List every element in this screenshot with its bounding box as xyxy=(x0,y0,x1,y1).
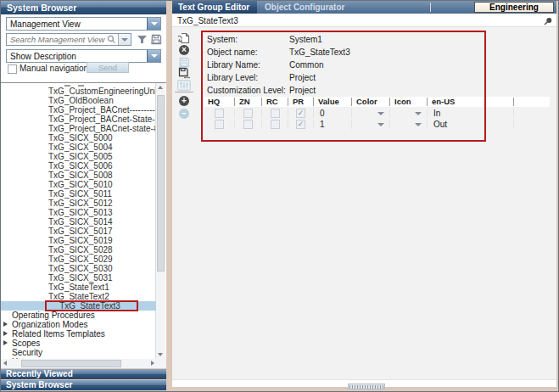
field-label-object-name: Object name: xyxy=(207,48,257,57)
tree-item[interactable]: TxG_SICX_5013 xyxy=(1,208,156,217)
tree-item[interactable]: TxG_SICX_5014 xyxy=(1,217,156,227)
tree-item[interactable]: TxG_SICX_5012 xyxy=(1,199,156,208)
accordion-system-browser[interactable]: System Browser xyxy=(1,380,166,390)
add-icon[interactable]: + xyxy=(177,95,191,107)
system-browser-title: System Browser xyxy=(7,3,76,13)
zn-checkbox[interactable]: ✓ xyxy=(243,120,253,129)
scroll-down-icon[interactable] xyxy=(158,353,163,356)
chevron-down-icon xyxy=(377,112,384,115)
tree-item[interactable]: TxG_Project_BACnet---------- xyxy=(1,105,156,115)
tree-item[interactable]: TxG_SICX_5008 xyxy=(1,171,156,180)
tree-item-organization-modes[interactable]: Organization Modes xyxy=(1,320,156,329)
tree-item[interactable]: TxG_CustomEngineeringUnits xyxy=(1,87,156,96)
pin-icon[interactable] xyxy=(544,17,552,25)
search-box[interactable] xyxy=(6,33,131,46)
tree-item[interactable]: TxG_SICX_5005 xyxy=(1,152,156,161)
scroll-left-icon[interactable] xyxy=(3,361,7,366)
delete-icon[interactable]: × xyxy=(177,44,191,56)
revert-document-icon[interactable] xyxy=(177,32,191,44)
expander-icon[interactable] xyxy=(3,331,8,336)
description-selector-dropdown[interactable]: Show Description xyxy=(6,49,161,63)
column-header-value[interactable]: Value xyxy=(313,98,351,106)
tree-item[interactable]: TxG_SICX_5000 xyxy=(1,133,156,143)
rc-checkbox[interactable]: ✓ xyxy=(271,109,280,118)
vertical-scrollbar-thumb[interactable] xyxy=(157,95,165,272)
expander-icon[interactable] xyxy=(3,340,8,345)
horizontal-scrollbar-thumb[interactable] xyxy=(21,360,121,367)
column-header-zn[interactable]: ZN xyxy=(234,98,261,106)
tree-item-related-items-templates[interactable]: Related Items Templates xyxy=(1,329,156,339)
view-selector-arrow-button[interactable] xyxy=(147,18,160,30)
splitter-grip[interactable] xyxy=(348,384,385,389)
view-selector-dropdown[interactable]: Management View xyxy=(6,17,161,31)
x-glyph: × xyxy=(179,45,189,55)
tree-item[interactable]: TxG_OldBoolean xyxy=(1,96,156,105)
tree-item-security[interactable]: Security xyxy=(1,348,156,357)
pr-checkbox[interactable]: ✓ xyxy=(296,109,305,118)
tree-item-scopes[interactable]: Scopes xyxy=(1,339,156,348)
tree-item-operating-procedures[interactable]: Operating Procedures xyxy=(1,311,156,320)
tree-item[interactable]: TxG_SICX_5004 xyxy=(1,143,156,152)
tree-item[interactable]: TxG_SICX_5010 xyxy=(1,180,156,189)
state-table-row[interactable]: ✓ ✓ ✓ ✓ 0 In xyxy=(204,108,550,119)
tab-text-group-editor[interactable]: Text Group Editor xyxy=(172,1,257,14)
value-cell[interactable]: 1 xyxy=(313,120,351,129)
filter-icon[interactable] xyxy=(137,34,148,45)
hq-checkbox[interactable]: ✓ xyxy=(215,109,224,118)
column-header-en-us[interactable]: en-US xyxy=(427,98,513,106)
tree-horizontal-scrollbar[interactable] xyxy=(1,359,166,368)
tree-item[interactable]: TxG_SICX_5029 xyxy=(1,255,156,264)
save-icon[interactable] xyxy=(177,56,191,68)
tree-item[interactable]: TxG_Project_BACnet-State-1-State-2 xyxy=(1,115,156,124)
tree-item[interactable]: TxG_SICX_5028 xyxy=(1,245,156,255)
breadcrumb: TxG_StateText3 xyxy=(172,14,556,27)
field-label-library-name: Library Name: xyxy=(207,60,260,70)
description-selector-arrow-button[interactable] xyxy=(147,50,160,62)
icon-dropdown[interactable] xyxy=(389,120,427,129)
state-table-row[interactable]: ✓ ✓ ✓ ✓ 1 Out xyxy=(204,119,550,130)
tree-item[interactable]: TxG_SICX_5030 xyxy=(1,264,156,273)
color-dropdown[interactable] xyxy=(351,109,389,118)
column-header-rc[interactable]: RC xyxy=(261,98,288,106)
search-icon xyxy=(107,35,116,44)
search-input[interactable] xyxy=(7,35,107,44)
tree-item[interactable]: TxG_SICX_5006 xyxy=(1,161,156,171)
remove-icon[interactable]: − xyxy=(177,108,191,120)
save-as-icon[interactable] xyxy=(177,67,191,79)
en-us-cell[interactable]: Out xyxy=(427,120,513,129)
expander-icon[interactable] xyxy=(3,322,8,327)
tree-item[interactable]: TxG_SICX_5017 xyxy=(1,227,156,236)
tree-item[interactable]: TxG_SICX_5031 xyxy=(1,273,156,283)
tree-item-selected[interactable]: TxG_StateText3 xyxy=(1,301,156,311)
tree-vertical-scrollbar[interactable] xyxy=(155,83,165,359)
tree-item[interactable]: TxG_SICX_5019 xyxy=(1,236,156,245)
scroll-up-icon[interactable] xyxy=(158,86,163,89)
column-header-pr[interactable]: PR xyxy=(288,98,313,106)
tab-object-configurator[interactable]: Object Configurator xyxy=(257,1,430,14)
tree-item[interactable]: TxG_StateText1 xyxy=(1,283,156,292)
engineering-mode-button[interactable]: Engineering xyxy=(474,2,554,13)
column-header-icon[interactable]: Icon xyxy=(389,98,427,106)
pr-checkbox[interactable]: ✓ xyxy=(296,120,305,129)
en-us-cell[interactable]: In xyxy=(427,109,513,118)
save-search-icon[interactable] xyxy=(151,34,162,45)
value-cell[interactable]: 0 xyxy=(313,109,351,118)
system-browser-header[interactable]: System Browser xyxy=(1,1,166,14)
sliders-icon[interactable] xyxy=(177,79,191,91)
plus-glyph: + xyxy=(179,96,189,106)
manual-navigation-checkbox[interactable] xyxy=(8,64,17,74)
color-dropdown[interactable] xyxy=(351,120,389,129)
zn-checkbox[interactable]: ✓ xyxy=(243,109,253,118)
scroll-right-icon[interactable] xyxy=(151,361,154,366)
system-browser-tree[interactable]: TxG_CustomEngineeringUnits TxG_OldBoolea… xyxy=(1,82,166,359)
search-options-button[interactable] xyxy=(118,34,131,45)
accordion-recently-viewed[interactable]: Recently Viewed xyxy=(1,369,166,379)
tree-item[interactable]: TxG_Project_BACnet-state-#1-state- xyxy=(1,124,156,133)
column-header-hq[interactable]: HQ xyxy=(204,98,234,106)
hq-checkbox[interactable]: ✓ xyxy=(215,120,224,129)
tree-item[interactable]: TxG_SICX_5011 xyxy=(1,189,156,199)
icon-dropdown[interactable] xyxy=(389,109,427,118)
column-header-color[interactable]: Color xyxy=(351,98,389,106)
send-button[interactable]: Send xyxy=(87,62,129,73)
rc-checkbox[interactable]: ✓ xyxy=(271,120,280,129)
